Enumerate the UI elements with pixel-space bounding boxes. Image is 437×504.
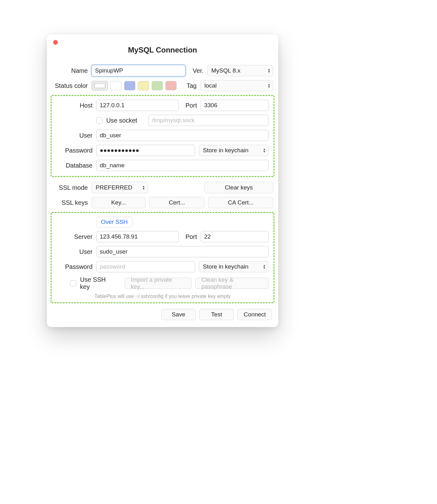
ssh-section-highlight: Over SSH Server Port User Password Store…: [51, 212, 274, 303]
ssl-cert-button[interactable]: Cert...: [149, 197, 204, 208]
ssh-server-label: Server: [57, 233, 93, 240]
ssh-user-input[interactable]: [96, 246, 269, 257]
save-button[interactable]: Save: [161, 309, 196, 320]
chevron-updown-icon: ▲▼: [263, 265, 266, 269]
status-color-label: Status color: [52, 82, 88, 89]
db-keychain-select[interactable]: Store in keychain ▲▼: [199, 145, 269, 156]
db-port-input[interactable]: [201, 100, 269, 111]
clean-key-button[interactable]: Clean key & passphrase: [195, 278, 269, 289]
import-key-button[interactable]: Import a private key...: [125, 278, 192, 289]
tag-value: local: [204, 82, 217, 89]
ssh-user-label: User: [57, 248, 93, 255]
host-label: Host: [57, 102, 93, 109]
database-label: Database: [57, 162, 93, 169]
version-value: MySQL 8.x: [211, 67, 240, 74]
name-label: Name: [52, 67, 88, 74]
name-input[interactable]: [92, 65, 185, 76]
host-input[interactable]: [96, 100, 179, 111]
db-user-label: User: [57, 132, 93, 139]
database-input[interactable]: [96, 160, 269, 171]
chevron-updown-icon: ▲▼: [263, 148, 266, 153]
tag-select[interactable]: local ▲▼: [200, 80, 273, 91]
clear-keys-button[interactable]: Clear keys: [204, 182, 273, 193]
test-button[interactable]: Test: [199, 309, 234, 320]
swatch-white[interactable]: [110, 81, 122, 90]
db-user-input[interactable]: [96, 130, 269, 141]
swatch-yellow[interactable]: [138, 81, 149, 90]
ssl-key-button[interactable]: Key...: [92, 197, 145, 208]
chevron-updown-icon: ▲▼: [268, 68, 270, 73]
ssl-mode-select[interactable]: PREFERRED ▲▼: [92, 182, 148, 193]
chevron-updown-icon: ▲▼: [142, 185, 145, 190]
db-port-label: Port: [183, 102, 197, 109]
close-icon[interactable]: [53, 40, 58, 45]
use-ssh-key-checkbox[interactable]: [70, 280, 76, 286]
swatch-green[interactable]: [152, 81, 163, 90]
connection-dialog: MySQL Connection Name Ver. MySQL 8.x ▲▼ …: [47, 34, 278, 327]
use-ssh-key-label: Use SSH key: [80, 276, 116, 290]
socket-input[interactable]: [148, 115, 269, 126]
ssh-keychain-value: Store in keychain: [203, 263, 249, 270]
tag-label: Tag: [182, 82, 197, 89]
ssl-mode-value: PREFERRED: [96, 184, 132, 191]
over-ssh-button[interactable]: Over SSH: [96, 217, 133, 227]
ssh-keychain-select[interactable]: Store in keychain ▲▼: [199, 261, 269, 272]
swatch-default[interactable]: [92, 81, 108, 90]
swatch-blue[interactable]: [124, 81, 135, 90]
chevron-updown-icon: ▲▼: [268, 83, 270, 88]
swatch-red[interactable]: [165, 81, 177, 90]
connect-button[interactable]: Connect: [238, 309, 272, 320]
ssh-hint: TablePlus will use ~/.ssh/config if you …: [52, 294, 274, 299]
version-select[interactable]: MySQL 8.x ▲▼: [207, 65, 273, 76]
db-keychain-value: Store in keychain: [203, 147, 249, 154]
ssl-ca-button[interactable]: CA Cert...: [208, 197, 273, 208]
ssl-keys-label: SSL keys: [52, 199, 88, 206]
ssh-server-input[interactable]: [96, 231, 179, 242]
db-section-highlight: Host Port Use socket User Password Store…: [51, 95, 274, 177]
db-password-label: Password: [57, 147, 93, 154]
ssh-password-label: Password: [57, 263, 93, 270]
dialog-footer: Save Test Connect: [47, 306, 278, 320]
use-socket-label: Use socket: [106, 117, 137, 124]
ssl-mode-label: SSL mode: [52, 184, 88, 191]
use-socket-checkbox[interactable]: [96, 117, 103, 123]
ssh-port-label: Port: [183, 233, 197, 240]
ssh-password-input[interactable]: [96, 261, 195, 272]
dialog-title: MySQL Connection: [47, 46, 278, 54]
status-color-swatches: [92, 81, 177, 90]
ssh-port-input[interactable]: [201, 231, 269, 242]
version-label: Ver.: [189, 67, 203, 74]
db-password-input[interactable]: [96, 145, 195, 156]
